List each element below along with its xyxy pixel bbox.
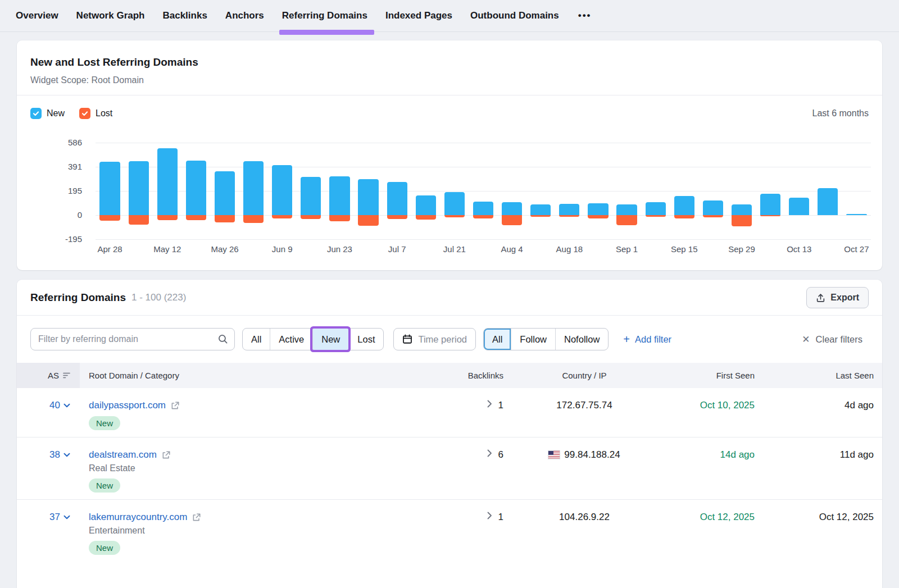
as-score-dropdown[interactable]: 38 [49,449,70,461]
bar-lost-sep-1[interactable] [616,215,637,225]
bar-new-may-5[interactable] [129,161,149,215]
search-icon[interactable] [217,334,228,344]
domain-link[interactable]: dealstream.com [89,449,157,461]
bar-lost-jun-16[interactable] [301,215,321,219]
bar-lost-sep-22[interactable] [703,215,723,217]
bar-new-aug-25[interactable] [588,203,608,215]
bar-new-jul-7[interactable] [387,182,407,215]
export-button[interactable]: Export [806,287,869,308]
bar-new-oct-20[interactable] [818,188,838,215]
bar-new-oct-27[interactable] [846,214,866,215]
bar-new-jun-2[interactable] [243,161,264,215]
nav-tab-anchors[interactable]: Anchors [225,0,264,32]
column-last-seen: Last Seen [773,363,882,388]
bar-new-may-12[interactable] [157,148,178,215]
external-link-icon[interactable] [171,402,179,410]
new-status-badge: New [89,416,120,430]
lost-checkbox-checked-icon[interactable] [79,108,90,119]
bar-lost-apr-28[interactable] [99,215,120,221]
as-score-dropdown[interactable]: 37 [49,512,70,523]
expand-chevron-right-icon[interactable] [487,512,492,519]
nav-tab-network-graph[interactable]: Network Graph [76,0,145,32]
bar-lost-oct-6[interactable] [760,215,780,216]
follow-filter-all[interactable]: All [484,329,511,350]
x-tick-label: Sep 15 [671,244,698,254]
gridline [96,239,871,240]
bar-new-oct-6[interactable] [760,194,780,216]
domain-filter-input[interactable] [30,328,235,350]
legend-lost-toggle[interactable]: Lost [79,108,112,119]
as-score-dropdown[interactable]: 40 [49,400,70,411]
bar-new-apr-28[interactable] [99,162,120,215]
nav-tab-backlinks[interactable]: Backlinks [162,0,207,32]
domain-link[interactable]: lakemurraycountry.com [89,512,187,523]
bar-new-jul-21[interactable] [444,192,465,215]
status-filter-all[interactable]: All [243,329,270,350]
bar-lost-may-5[interactable] [129,215,149,225]
filter-bar: AllActiveNewLost Time period AllFollowNo… [17,316,882,350]
time-period-button[interactable]: Time period [393,328,476,350]
bar-new-aug-11[interactable] [530,204,551,215]
last-seen-cell: 4d ago [773,388,882,437]
clear-filters-button[interactable]: ✕ Clear filters [802,334,862,345]
y-tick-label: 0 [78,210,82,220]
bar-lost-jul-21[interactable] [444,215,465,217]
as-cell: 38 [17,437,80,499]
bar-lost-aug-25[interactable] [588,215,608,218]
bar-new-may-26[interactable] [215,171,235,215]
bar-lost-sep-15[interactable] [674,215,694,218]
bar-new-jun-9[interactable] [272,165,292,215]
follow-filter-follow[interactable]: Follow [511,329,555,350]
nav-tab-overview[interactable]: Overview [16,0,58,32]
bar-lost-jun-2[interactable] [243,215,264,223]
nav-tab-outbound-domains[interactable]: Outbound Domains [470,0,559,32]
bar-new-oct-13[interactable] [789,198,809,215]
bar-new-jul-28[interactable] [473,202,493,215]
nav-tab-referring-domains[interactable]: Referring Domains [282,0,367,32]
calendar-icon [402,334,412,344]
domain-link[interactable]: dailypassport.com [89,400,166,411]
backlinks-cell: 1 [421,500,511,562]
bar-new-sep-29[interactable] [732,204,752,215]
bar-lost-jun-30[interactable] [358,215,378,226]
legend-new-toggle[interactable]: New [30,108,65,119]
bar-new-sep-1[interactable] [616,204,637,215]
status-filter-new[interactable]: New [312,329,348,350]
bar-lost-sep-29[interactable] [732,215,752,226]
bar-new-may-19[interactable] [186,161,206,215]
nav-tab-indexed-pages[interactable]: Indexed Pages [385,0,452,32]
bar-lost-may-12[interactable] [157,215,178,220]
nav-more-button[interactable]: ••• [578,10,592,21]
bar-new-jul-14[interactable] [416,195,436,215]
bar-lost-may-26[interactable] [215,215,235,222]
column-as[interactable]: AS [17,363,80,388]
bar-new-jun-16[interactable] [301,177,321,215]
bar-new-jun-23[interactable] [329,176,349,215]
follow-filter-nofollow[interactable]: Nofollow [555,329,608,350]
bar-new-sep-8[interactable] [646,202,666,215]
expand-chevron-right-icon[interactable] [487,400,492,408]
bar-new-aug-4[interactable] [502,202,522,215]
bar-lost-jul-28[interactable] [473,215,493,218]
status-filter-active[interactable]: Active [270,329,312,350]
bar-new-aug-18[interactable] [559,204,579,215]
bar-lost-jul-14[interactable] [416,215,436,220]
external-link-icon[interactable] [162,451,170,459]
bar-lost-jun-23[interactable] [329,215,349,221]
sort-icon[interactable] [63,372,70,379]
bar-lost-jul-7[interactable] [387,215,407,219]
bar-lost-aug-18[interactable] [559,215,579,217]
status-filter-lost[interactable]: Lost [348,329,383,350]
bar-lost-aug-4[interactable] [502,215,522,225]
bar-new-sep-22[interactable] [703,200,723,215]
add-filter-button[interactable]: + Add filter [623,334,671,345]
bar-lost-aug-11[interactable] [530,215,551,217]
bar-lost-jun-9[interactable] [272,215,292,218]
expand-chevron-right-icon[interactable] [487,449,492,457]
external-link-icon[interactable] [192,513,201,522]
bar-lost-sep-8[interactable] [646,215,666,217]
bar-lost-may-19[interactable] [186,215,206,220]
new-checkbox-checked-icon[interactable] [30,108,42,119]
bar-new-jun-30[interactable] [358,179,378,215]
bar-new-sep-15[interactable] [674,196,694,215]
